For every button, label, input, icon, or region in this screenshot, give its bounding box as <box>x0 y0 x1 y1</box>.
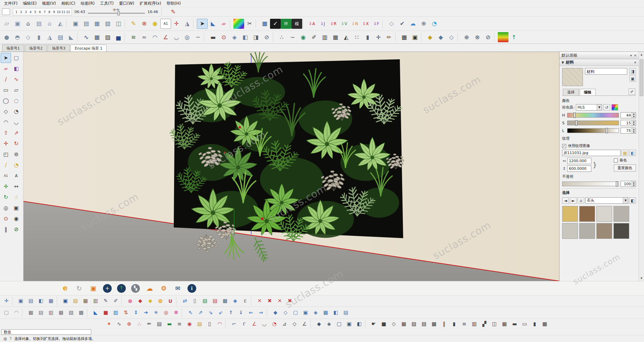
component-box-4[interactable]: ▧ <box>102 19 113 29</box>
menu-item-9[interactable]: 帮助(H) <box>164 0 183 7</box>
poly-cylinder[interactable]: ▮ <box>34 32 44 42</box>
grid-tool-3[interactable]: ▥ <box>46 309 56 317</box>
axes-tool[interactable]: ✛ <box>171 19 182 29</box>
red-box-tool[interactable]: ■ <box>101 309 111 317</box>
arrow-box-4[interactable]: ⇙ <box>216 309 226 317</box>
tape-measure-tool[interactable]: ∕ <box>1 160 11 170</box>
enscape-sync-button[interactable]: ↻ <box>74 283 85 293</box>
hue-slider[interactable] <box>567 113 619 118</box>
arrow-box-8[interactable]: ⇒ <box>256 309 266 317</box>
magnet-tool[interactable]: U <box>165 297 175 305</box>
opacity-thumb[interactable] <box>616 181 618 187</box>
tri-flag-tool[interactable]: ⊿ <box>279 320 289 328</box>
comb-tool[interactable]: ▥ <box>319 32 330 42</box>
menu-item-7[interactable]: 窗口(W) <box>116 0 137 7</box>
wire-cube-tool[interactable]: ◇ <box>386 19 397 29</box>
green-up-tool[interactable]: ↑ <box>508 32 519 42</box>
enscape-info-button[interactable]: i <box>187 284 196 293</box>
measurements-field[interactable]: 数值 <box>1 329 91 335</box>
bb-box-tool[interactable]: ▣ <box>12 19 23 29</box>
poly-wedge[interactable]: ◣ <box>66 32 76 42</box>
import-arrow-j[interactable]: ⇩J <box>317 19 328 29</box>
corner-left-tool[interactable]: ⌐ <box>229 320 239 328</box>
create-material-button[interactable]: ▣ <box>629 75 636 82</box>
offset-tool[interactable]: ⊚ <box>11 149 21 159</box>
green-swirl-tool[interactable]: ◉ <box>298 32 309 42</box>
ladder-tool[interactable]: ◫ <box>489 320 499 328</box>
tab-edit[interactable]: 编辑 <box>580 89 596 95</box>
month-6[interactable]: 6 <box>38 9 42 15</box>
pie-tool[interactable]: ◔ <box>11 107 21 117</box>
orange-ring-tool[interactable]: ◍ <box>155 297 165 305</box>
mirror-tool[interactable]: ◭ <box>341 32 352 42</box>
material-swatch-gray-stone[interactable] <box>579 223 595 239</box>
red-pie-tool[interactable]: ◔ <box>269 320 279 328</box>
component-box-2[interactable]: ▤ <box>81 19 92 29</box>
scene-tab-2[interactable]: 场景号2 <box>25 45 47 52</box>
texture-height-field[interactable]: 600.0000 <box>567 165 591 172</box>
month-8[interactable]: 8 <box>47 9 52 15</box>
bb-home-tool[interactable]: ⌂ <box>23 19 34 29</box>
green-slab-tool[interactable]: ▬ <box>164 320 174 328</box>
undo-color-icon[interactable]: ↺ <box>603 104 610 111</box>
cube-row-6[interactable]: ▦ <box>321 309 331 317</box>
spin-down-icon[interactable]: ▼ <box>632 184 636 187</box>
red-ring-tool[interactable]: ◉ <box>184 320 195 328</box>
text-a1-tool[interactable]: A1 <box>160 19 171 29</box>
gray-pad-tool[interactable]: ▢ <box>1 309 11 317</box>
layer-stack-tool[interactable]: ▤ <box>154 320 164 328</box>
move-crosshair-tool[interactable]: ✛ <box>1 297 11 305</box>
menu-item-2[interactable]: 编辑(E) <box>20 0 39 7</box>
circle-tool[interactable]: ◯ <box>1 96 11 106</box>
blue-cube-tool-2[interactable]: ◇ <box>446 32 457 42</box>
texture-width-field[interactable]: 1200.000 <box>567 158 591 164</box>
drape-tool[interactable]: ◠ <box>150 32 160 42</box>
star-burst-tool[interactable]: ✶ <box>104 320 114 328</box>
poly-sphere[interactable]: ● <box>1 32 12 42</box>
material-preview[interactable] <box>562 68 583 86</box>
sort-arrows-tool[interactable]: ⇅ <box>121 309 131 317</box>
compass-tool[interactable]: ⊗ <box>139 19 150 29</box>
month-7[interactable]: 7 <box>42 9 47 15</box>
import-arrow-r[interactable]: ⇩R <box>328 19 339 29</box>
enscape-material-ball-button[interactable]: ▚ <box>131 284 140 293</box>
material-swatch-granite[interactable] <box>613 206 629 222</box>
arrow-box-2[interactable]: ⇗ <box>196 309 206 317</box>
material-swatch-marble[interactable] <box>596 206 612 222</box>
import-arrow-x[interactable]: ⇩X <box>360 19 371 29</box>
spin-up-icon[interactable]: ▲ <box>632 113 636 115</box>
spin-up-icon[interactable]: ▲ <box>632 120 636 123</box>
rotate-tool[interactable]: ↻ <box>11 139 21 149</box>
save-file-tool[interactable]: ▣ <box>60 297 70 305</box>
menu-item-6[interactable]: 工具(T) <box>97 0 116 7</box>
help-icon[interactable]: ? <box>9 336 11 341</box>
material-name-field[interactable]: 材料 <box>585 68 627 75</box>
blue-arrow-tool[interactable]: ➔ <box>141 309 151 317</box>
color-wheel-icon[interactable] <box>611 104 618 111</box>
pencil-tool[interactable]: ✎ <box>128 19 139 29</box>
blue-cube-b[interactable]: ▤ <box>26 297 36 305</box>
fence-tool[interactable]: ▦ <box>330 32 341 42</box>
section-fill-tool[interactable]: ▬ <box>208 32 218 42</box>
scale-tool[interactable]: ◰ <box>1 149 11 159</box>
pier-tool[interactable]: ▮ <box>530 320 540 328</box>
stairs-tool[interactable]: ▞ <box>479 320 489 328</box>
material-swatch-sand-stone[interactable] <box>562 206 578 222</box>
menu-item-3[interactable]: 视图(V) <box>39 0 59 7</box>
bb-roof-tool[interactable]: ◭ <box>55 19 66 29</box>
hatch-c-tool[interactable]: ▩ <box>429 320 439 328</box>
wood-box-b[interactable]: ▥ <box>91 297 101 305</box>
iso-cube-5[interactable]: ◧ <box>354 320 364 328</box>
cube-row-7[interactable]: ◧ <box>331 309 341 317</box>
blue-cube-a[interactable]: ▣ <box>16 297 26 305</box>
cut-face-tool[interactable]: ◨ <box>251 32 261 42</box>
colorize-checkbox[interactable] <box>614 158 618 162</box>
cloud-upload-tool[interactable]: ☁ <box>408 19 418 29</box>
bb-floor-tool[interactable]: ▤ <box>34 19 44 29</box>
arrow-box-5[interactable]: ⇑ <box>226 309 236 317</box>
open-folder-tool[interactable]: ▤ <box>70 297 80 305</box>
component-box-3[interactable]: ▦ <box>92 19 102 29</box>
iso-cube-2[interactable]: ◈ <box>324 320 334 328</box>
month-3[interactable]: 3 <box>23 9 28 15</box>
enscape-settings-button[interactable]: ❂ <box>158 283 169 293</box>
